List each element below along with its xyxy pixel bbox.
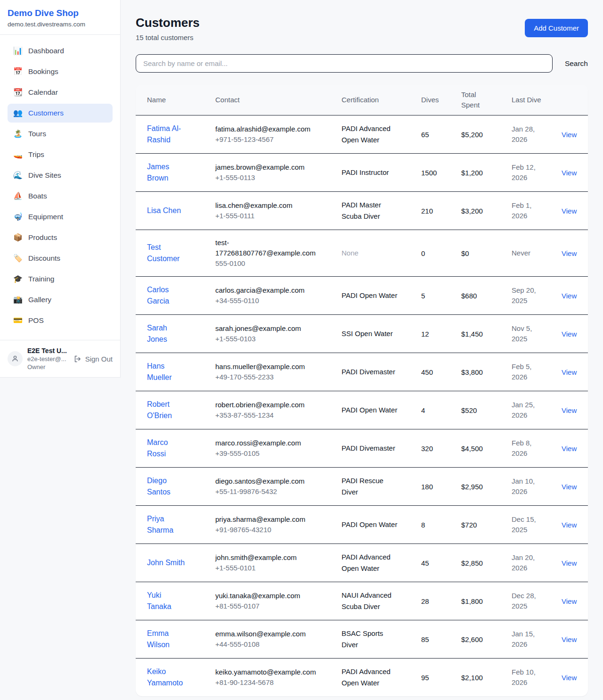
sidebar-item-equipment[interactable]: 🤿 Equipment	[8, 207, 113, 226]
customer-name-link[interactable]: Hans Mueller	[147, 361, 187, 383]
customer-name-link[interactable]: Lisa Chen	[147, 205, 181, 216]
view-customer-link[interactable]: View	[562, 521, 577, 529]
customer-name-link[interactable]: Diego Santos	[147, 475, 187, 498]
sidebar-item-dive-sites[interactable]: 🌊 Dive Sites	[8, 166, 113, 185]
sign-out-button[interactable]: Sign Out	[73, 355, 113, 363]
customer-certification: None	[342, 247, 399, 259]
customer-name-link[interactable]: Marco Rossi	[147, 437, 187, 460]
tear-off-calendar-icon: 📆	[13, 89, 23, 96]
view-customer-link[interactable]: View	[562, 330, 577, 338]
customer-email: marco.rossi@example.com	[215, 438, 326, 448]
view-customer-link[interactable]: View	[562, 445, 577, 453]
table-row: Marco Rossi marco.rossi@example.com +39-…	[136, 429, 588, 468]
view-customer-link[interactable]: View	[562, 249, 577, 257]
customer-total-spent: $1,450	[461, 330, 483, 338]
customer-dives: 8	[421, 521, 425, 529]
customer-phone: +49-170-555-2233	[215, 372, 326, 382]
sidebar-item-gallery[interactable]: 📸 Gallery	[8, 290, 113, 309]
customer-email: sarah.jones@example.com	[215, 323, 326, 334]
customer-total-spent: $3,200	[461, 207, 483, 215]
customer-last-dive: Feb 5, 2026	[512, 362, 546, 382]
water-wave-icon: 🌊	[13, 172, 23, 179]
customer-total-spent: $720	[461, 521, 477, 529]
sidebar-item-discounts[interactable]: 🏷️ Discounts	[8, 249, 113, 268]
add-customer-button[interactable]: Add Customer	[525, 19, 588, 37]
view-customer-link[interactable]: View	[562, 559, 577, 567]
avatar	[8, 351, 23, 366]
customer-email: test-1772681807767@example.com	[215, 238, 326, 258]
customer-email: fatima.alrashid@example.com	[215, 124, 326, 134]
search-input[interactable]	[136, 54, 553, 73]
column-header-total-spent: Total Spent	[450, 85, 500, 115]
customer-count: 15 total customers	[136, 33, 200, 41]
user-panel: E2E Test U... e2e-tester@... Owner Sign …	[0, 340, 120, 377]
view-customer-link[interactable]: View	[562, 674, 577, 682]
customer-name-link[interactable]: Keiko Yamamoto	[147, 666, 187, 689]
view-customer-link[interactable]: View	[562, 169, 577, 177]
credit-card-icon: 💳	[13, 317, 23, 324]
sidebar-item-label: Discounts	[28, 254, 60, 263]
sidebar-item-calendar[interactable]: 📆 Calendar	[8, 83, 113, 102]
customer-phone: 555-0100	[215, 258, 326, 269]
customer-certification: PADI Master Scuba Diver	[342, 199, 399, 222]
sidebar-item-pos[interactable]: 💳 POS	[8, 311, 113, 330]
customer-email: keiko.yamamoto@example.com	[215, 667, 326, 677]
sidebar-item-bookings[interactable]: 📅 Bookings	[8, 62, 113, 81]
search-button[interactable]: Search	[565, 57, 588, 71]
table-row: James Brown james.brown@example.com +1-5…	[136, 154, 588, 192]
sidebar-item-label: Boats	[28, 192, 47, 200]
view-customer-link[interactable]: View	[562, 406, 577, 414]
sidebar-item-training[interactable]: 🎓 Training	[8, 270, 113, 288]
sidebar-item-products[interactable]: 📦 Products	[8, 228, 113, 247]
customer-last-dive: Feb 8, 2026	[512, 438, 546, 459]
sidebar-item-boats[interactable]: ⛵ Boats	[8, 187, 113, 206]
customer-phone: +34-555-0110	[215, 296, 326, 306]
view-customer-link[interactable]: View	[562, 597, 577, 605]
table-row: Diego Santos diego.santos@example.com +5…	[136, 468, 588, 506]
view-customer-link[interactable]: View	[562, 368, 577, 376]
customer-dives: 210	[421, 207, 433, 215]
sidebar-item-label: Equipment	[28, 213, 63, 221]
customer-certification: PADI Rescue Diver	[342, 475, 399, 498]
sidebar-item-label: Trips	[28, 150, 44, 159]
customer-phone: +81-555-0107	[215, 601, 326, 611]
customer-name-link[interactable]: Sarah Jones	[147, 322, 187, 345]
view-customer-link[interactable]: View	[562, 131, 577, 139]
sidebar-item-dashboard[interactable]: 📊 Dashboard	[8, 41, 113, 60]
customer-name-link[interactable]: Test Customer	[147, 242, 187, 264]
sidebar-item-customers[interactable]: 👥 Customers	[8, 104, 113, 123]
sidebar-item-label: Customers	[28, 109, 64, 117]
sidebar-item-label: Training	[28, 275, 54, 283]
customer-last-dive: Feb 10, 2026	[512, 667, 546, 688]
customers-table: Name Contact Certification Dives Total S…	[136, 85, 588, 696]
sidebar-item-tours[interactable]: 🏝️ Tours	[8, 124, 113, 143]
view-customer-link[interactable]: View	[562, 483, 577, 491]
customer-last-dive: Dec 15, 2025	[512, 514, 546, 535]
customer-name-link[interactable]: Yuki Tanaka	[147, 590, 187, 612]
sidebar-item-trips[interactable]: 🚤 Trips	[8, 145, 113, 164]
customer-dives: 1500	[421, 169, 437, 177]
customer-name-link[interactable]: Fatima Al-Rashid	[147, 123, 187, 146]
customer-last-dive: Jan 15, 2026	[512, 629, 546, 650]
customer-dives: 450	[421, 368, 433, 376]
customer-name-link[interactable]: Priya Sharma	[147, 513, 187, 536]
view-customer-link[interactable]: View	[562, 635, 577, 643]
main-content: Customers 15 total customers Add Custome…	[136, 0, 588, 696]
customer-name-link[interactable]: Robert O'Brien	[147, 399, 187, 421]
shop-subdomain: demo.test.divestreams.com	[8, 21, 113, 28]
customer-name-link[interactable]: Emma Wilson	[147, 628, 187, 651]
customer-name-link[interactable]: James Brown	[147, 161, 187, 184]
table-header-row: Name Contact Certification Dives Total S…	[136, 85, 588, 115]
view-customer-link[interactable]: View	[562, 207, 577, 215]
view-customer-link[interactable]: View	[562, 292, 577, 300]
customer-email: john.smith@example.com	[215, 552, 326, 563]
customer-certification: PADI Advanced Open Water	[342, 552, 399, 574]
customer-name-link[interactable]: John Smith	[147, 557, 185, 568]
customer-last-dive: Never	[512, 248, 546, 258]
desert-island-icon: 🏝️	[13, 130, 23, 138]
customer-certification: PADI Divemaster	[342, 366, 399, 378]
page-title: Customers	[136, 16, 200, 30]
customer-name-link[interactable]: Carlos Garcia	[147, 284, 187, 307]
customer-email: james.brown@example.com	[215, 162, 326, 173]
customer-total-spent: $2,850	[461, 559, 483, 567]
